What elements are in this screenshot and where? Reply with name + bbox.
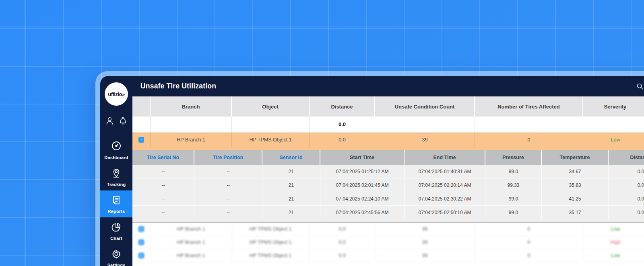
severity-badge: High (583, 236, 644, 249)
cell-temperature: 34.67 (542, 165, 609, 178)
detail-col-temperature[interactable]: Temperature (542, 150, 609, 165)
bell-icon[interactable] (118, 116, 128, 125)
speedometer-icon (110, 140, 122, 153)
col-unsafe-condition-count[interactable]: Unsafe Condition Count (375, 96, 475, 117)
summary-distance-total: 0.0 (310, 117, 375, 133)
expanded-row-accent-strip (132, 147, 644, 150)
collapsed-row[interactable]: + HP Branch 1 HP TPMS Object 1 0.0 39 0 … (132, 249, 644, 262)
cell-temperature: 41.25 (542, 192, 609, 206)
appbar: Unsafe Tire Utilization (132, 76, 644, 96)
cell-end-time: 07:04:2025 01:40:31 AM (405, 165, 485, 178)
app-window-inner: uffizio» Dashboard (100, 76, 644, 266)
cell-start-time: 07:04:2025 01:25:12 AM (320, 165, 405, 178)
sidebar-nav: Dashboard Tracking Reports (100, 136, 132, 266)
cell-pressure: 99.33 (485, 178, 542, 192)
app-logo[interactable]: uffizio» (105, 82, 128, 106)
collapsed-row[interactable]: + HP Branch 1 HP TPMS Object 1 0.0 39 0 … (132, 236, 644, 249)
cell-object: HP TPMS Object 1 (232, 249, 310, 262)
cell-start-time: 07:04:2025 02:01:45 AM (320, 178, 405, 192)
cell-end-time: 07:04:2025 02:50:10 AM (405, 206, 485, 219)
detail-col-pressure[interactable]: Pressure (485, 150, 542, 165)
table-header-row: Branch Object Distance Unsafe Condition … (132, 96, 644, 117)
cell-unsafe-condition-count: 39 (375, 249, 475, 262)
detail-col-tire-position[interactable]: Tire Position (194, 150, 262, 165)
cell-tire-serial: -- (132, 192, 194, 206)
collapsed-row[interactable]: + HP Branch 1 HP TPMS Object 1 0.0 39 0 … (132, 223, 644, 236)
detail-row: -- -- 21 07:04:2025 02:24:10 AM 07:04:20… (132, 192, 644, 206)
sidebar-item-label: Chart (110, 236, 122, 241)
cell-distance: 0.0 (609, 192, 644, 206)
collapse-row-button[interactable]: − (138, 137, 144, 143)
cell-tire-serial: -- (132, 178, 194, 192)
map-pin-icon (111, 168, 122, 180)
severity-badge: Low (583, 223, 644, 236)
cell-pressure: 99.0 (485, 165, 542, 178)
sidebar-item-dashboard[interactable]: Dashboard (100, 136, 132, 164)
cell-sensor-id: 21 (262, 206, 320, 219)
cell-unsafe-condition-count: 39 (375, 133, 475, 147)
cell-distance: 0.0 (609, 165, 644, 178)
cell-pressure: 99.0 (485, 206, 542, 219)
cell-distance: 0.0 (310, 133, 375, 147)
gear-icon (111, 248, 122, 261)
sidebar-top-icons (105, 116, 128, 125)
appbar-icons (636, 76, 644, 96)
cell-tire-position: -- (194, 165, 262, 178)
cell-distance: 0.0 (310, 249, 375, 262)
cell-temperature: 35.17 (542, 206, 609, 219)
cell-branch: HP Branch 1 (151, 133, 232, 147)
sidebar-item-reports[interactable]: Reports (100, 190, 132, 217)
detail-col-sensor-id[interactable]: Sensor Id (262, 150, 320, 165)
cell-temperature: 35.83 (542, 178, 609, 192)
cell-end-time: 07:04:2025 02:30:22 AM (405, 192, 485, 206)
col-severity[interactable]: Serverity (583, 96, 644, 117)
expand-row-button[interactable]: + (138, 253, 144, 258)
cell-branch: HP Branch 1 (151, 249, 232, 262)
expand-row-button[interactable]: + (138, 226, 144, 232)
detail-col-start-time[interactable]: Start Time (320, 150, 405, 165)
report-table: Branch Object Distance Unsafe Condition … (132, 96, 644, 266)
cell-sensor-id: 21 (262, 178, 320, 192)
sidebar-item-label: Tracking (107, 182, 126, 187)
expand-row-button[interactable]: + (138, 239, 144, 245)
cell-end-time: 07:04:2025 02:20:14 AM (405, 178, 485, 192)
cell-tire-position: -- (194, 178, 262, 192)
col-object[interactable]: Object (232, 96, 310, 117)
cell-distance: 0.0 (310, 223, 375, 236)
col-number-of-tires-affected[interactable]: Number of Tires Affected (475, 96, 583, 117)
cell-distance: 0.0 (609, 206, 644, 219)
cell-tire-serial: -- (132, 206, 194, 219)
cell-pressure: 99.0 (485, 192, 542, 206)
sidebar-item-label: Dashboard (104, 155, 128, 160)
cell-tire-position: -- (194, 192, 262, 206)
search-icon[interactable] (636, 82, 644, 91)
cell-sensor-id: 21 (262, 192, 320, 206)
detail-row: -- -- 21 07:04:2025 01:25:12 AM 07:04:20… (132, 165, 644, 178)
cell-object: HP TPMS Object 1 (232, 133, 310, 147)
sidebar-item-settings[interactable]: Settings (100, 244, 132, 266)
detail-col-distance[interactable]: Distance (609, 150, 644, 165)
main-area: Unsafe Tire Utilization (132, 76, 644, 266)
sidebar-item-chart[interactable]: Chart (100, 217, 132, 244)
cell-distance: 0.0 (609, 178, 644, 192)
app-window: uffizio» Dashboard (95, 71, 644, 266)
pie-chart-icon (111, 221, 122, 234)
col-branch[interactable]: Branch (151, 96, 232, 117)
detail-col-tire-serial-no[interactable]: Tire Serial No (132, 150, 194, 165)
app-logo-text: uffizio» (108, 91, 125, 97)
person-icon[interactable] (105, 116, 114, 125)
cell-unsafe-condition-count: 39 (375, 223, 475, 236)
cell-distance: 0.0 (310, 236, 375, 249)
cell-tire-position: -- (194, 206, 262, 219)
col-expander (132, 96, 151, 117)
cell-start-time: 07:04:2025 02:24:10 AM (320, 192, 405, 206)
sidebar-item-tracking[interactable]: Tracking (100, 164, 132, 190)
severity-badge: Low (583, 249, 644, 262)
expanded-row[interactable]: − HP Branch 1 HP TPMS Object 1 0.0 39 0 … (132, 133, 644, 147)
col-distance[interactable]: Distance (310, 96, 375, 117)
detail-col-end-time[interactable]: End Time (405, 150, 485, 165)
cell-unsafe-condition-count: 39 (375, 236, 475, 249)
cell-sensor-id: 21 (262, 165, 320, 178)
sidebar: uffizio» Dashboard (100, 76, 132, 266)
cell-tires-affected: 0 (475, 223, 583, 236)
